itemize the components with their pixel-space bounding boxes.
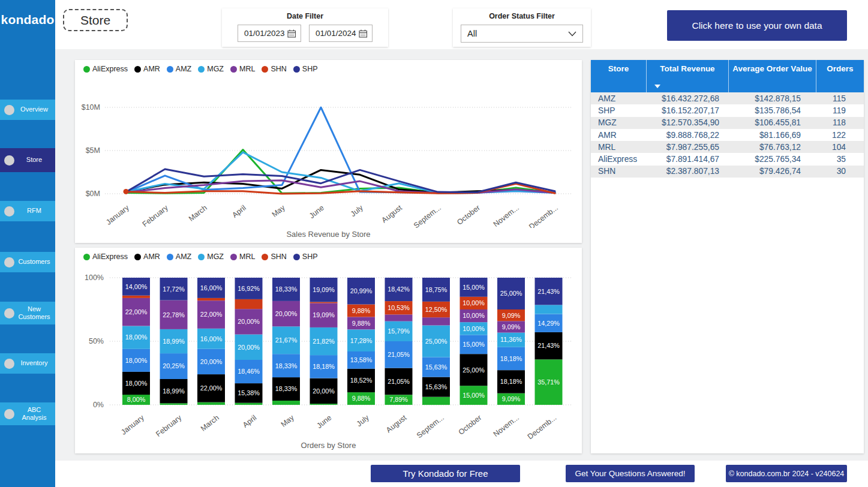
legend-item-shn[interactable]: SHN (262, 252, 286, 261)
svg-text:18,33%: 18,33% (275, 362, 298, 369)
svg-text:March: March (187, 203, 209, 223)
bar-segment-mrl-august[interactable] (385, 314, 413, 321)
svg-text:10,00%: 10,00% (462, 325, 485, 332)
sidebar-item-label: Customers (14, 258, 55, 266)
svg-text:October: October (455, 203, 482, 226)
legend-label: AliExpress (92, 252, 128, 261)
version-button[interactable]: © kondado.com.br 2024 - v240624 (726, 465, 847, 482)
orders-bar-chart[interactable]: 0%50%100%8,00%18,00%18,00%18,00%22,00%14… (75, 266, 582, 446)
legend-item-shn[interactable]: SHN (262, 65, 286, 73)
bar-segment-mrl-septem[interactable] (422, 317, 450, 325)
legend-item-amz[interactable]: AMZ (167, 65, 191, 73)
line-point-shn-january[interactable] (124, 189, 129, 194)
bar-segment-shn-january[interactable] (122, 296, 150, 298)
use-own-data-button[interactable]: Click here to use your own data (667, 10, 847, 41)
legend-item-aliexpress[interactable]: AliExpress (83, 65, 128, 73)
bar-segment-mgz-decemb[interactable] (535, 305, 563, 314)
legend-dot-icon (293, 254, 300, 260)
sales-line-chart[interactable]: $0M$5M$10MJanuaryFebruaryMarchAprilMayJu… (75, 78, 582, 228)
table-row-amz[interactable]: AMZ$16.432.272,68$142.878,15115 (591, 92, 864, 104)
questions-button[interactable]: Get Your Questions Answered! (566, 465, 695, 482)
legend-item-mgz[interactable]: MGZ (198, 65, 224, 73)
table-header-total-revenue[interactable]: Total Revenue (647, 60, 729, 92)
bar-segment-shn-april[interactable] (235, 299, 263, 309)
line-series-amz[interactable] (126, 107, 555, 193)
table-row-amr[interactable]: AMR$9.888.768,22$81.166,69122 (591, 129, 864, 141)
table-cell: MRL (591, 143, 647, 152)
sidebar: kondado OverviewStoreRFMCustomersNew Cus… (0, 0, 55, 487)
svg-text:21,67%: 21,67% (275, 336, 298, 344)
table-cell: SHP (591, 106, 647, 115)
legend-item-aliexpress[interactable]: AliExpress (83, 252, 128, 261)
legend-item-mrl[interactable]: MRL (230, 252, 255, 261)
nav-bullet-icon (4, 257, 14, 267)
table-row-shn[interactable]: SHN$2.387.807,13$79.426,7430 (591, 166, 864, 178)
bar-segment-aliexpress-septem[interactable] (422, 397, 450, 405)
order-status-select[interactable]: All (461, 25, 583, 43)
sidebar-item-inventory[interactable]: Inventory (0, 353, 55, 374)
legend-item-amr[interactable]: AMR (134, 252, 160, 261)
table-row-shp[interactable]: SHP$16.152.207,17$135.786,54119 (591, 104, 864, 116)
table-header-orders[interactable]: Orders (816, 60, 864, 92)
legend-item-mrl[interactable]: MRL (230, 65, 255, 73)
svg-text:9,09%: 9,09% (502, 395, 521, 402)
svg-text:18,75%: 18,75% (425, 286, 447, 293)
table-row-aliexpress[interactable]: AliExpress$7.891.414,67$225.765,3435 (591, 153, 864, 165)
bar-segment-aliexpress-february[interactable] (160, 403, 188, 405)
sidebar-item-store[interactable]: Store (0, 148, 55, 172)
sidebar-item-abc-analysis[interactable]: ABC Analysis (0, 402, 55, 425)
svg-text:22,78%: 22,78% (163, 311, 185, 318)
table-header-store[interactable]: Store (591, 60, 647, 92)
svg-text:May: May (280, 413, 296, 429)
table-header-avg-order-value[interactable]: Average Order Value (729, 60, 816, 92)
svg-text:14,00%: 14,00% (125, 283, 148, 290)
svg-text:22,00%: 22,00% (125, 308, 148, 315)
try-kondado-button[interactable]: Try Kondado for Free (371, 465, 520, 482)
legend-item-mgz[interactable]: MGZ (198, 252, 224, 261)
orders-by-store-card: AliExpressAMRAMZMGZMRLSHNSHP 0%50%100%8,… (75, 248, 582, 453)
sidebar-item-overview[interactable]: Overview (0, 100, 55, 120)
svg-text:July: July (349, 203, 365, 218)
table-cell: $16.432.272,68 (647, 94, 729, 103)
sidebar-item-customers[interactable]: Customers (0, 252, 55, 272)
table-row-mgz[interactable]: MGZ$12.570.354,90$106.455,81118 (591, 117, 864, 129)
svg-text:18,00%: 18,00% (125, 357, 148, 364)
legend-label: SHP (302, 252, 318, 261)
table-cell: SHN (591, 167, 647, 176)
table-cell: $225.765,34 (729, 155, 816, 164)
legend-item-shp[interactable]: SHP (293, 252, 318, 261)
svg-text:20,99%: 20,99% (350, 287, 373, 294)
table-cell: $142.878,15 (729, 94, 816, 103)
bar-segment-aliexpress-may[interactable] (272, 401, 300, 405)
sidebar-item-new-customers[interactable]: New Customers (0, 302, 55, 324)
svg-text:22,00%: 22,00% (200, 311, 223, 318)
sidebar-item-rfm[interactable]: RFM (0, 201, 55, 221)
bar-segment-shn-june[interactable] (310, 302, 338, 303)
svg-text:9,09%: 9,09% (502, 312, 521, 319)
bar-segment-aliexpress-april[interactable] (235, 403, 263, 405)
legend-item-amz[interactable]: AMZ (167, 252, 191, 261)
date-to-input[interactable]: 01/01/2024 (309, 25, 373, 42)
table-cell: 115 (816, 94, 864, 103)
svg-text:February: February (141, 203, 170, 228)
bar-segment-aliexpress-march[interactable] (197, 402, 225, 405)
bar-segment-aliexpress-june[interactable] (310, 404, 338, 405)
table-cell: 30 (816, 167, 864, 176)
svg-text:21,05%: 21,05% (388, 378, 410, 385)
svg-text:9,88%: 9,88% (352, 307, 371, 314)
date-from-input[interactable]: 01/01/2023 (238, 25, 301, 42)
svg-text:100%: 100% (85, 273, 104, 282)
bar-segment-shn-march[interactable] (197, 298, 225, 300)
svg-text:7,89%: 7,89% (389, 396, 408, 403)
svg-text:17,72%: 17,72% (163, 285, 185, 293)
svg-text:15,38%: 15,38% (238, 389, 260, 396)
legend-dot-icon (167, 254, 173, 260)
legend-item-shp[interactable]: SHP (293, 65, 318, 73)
svg-text:20,00%: 20,00% (275, 310, 298, 317)
table-row-mrl[interactable]: MRL$7.987.255,65$76.763,12104 (591, 141, 864, 153)
table-cell: $106.455,81 (729, 118, 816, 127)
legend-label: MGZ (207, 65, 224, 73)
legend-item-amr[interactable]: AMR (134, 65, 160, 73)
page-title: Store (63, 9, 128, 31)
svg-text:21,05%: 21,05% (388, 351, 410, 358)
